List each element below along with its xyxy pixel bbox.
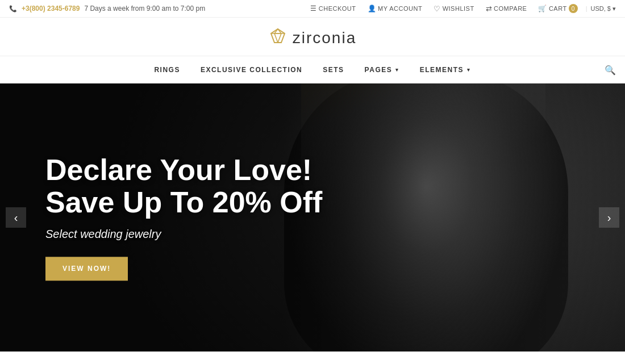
- chevron-down-icon: ▾: [395, 56, 399, 83]
- nav-link-sets[interactable]: SETS: [312, 56, 354, 83]
- phone-icon: [9, 5, 17, 12]
- topbar-actions: CHECKOUT MY ACCOUNT WISHLIST COMPARE CAR…: [306, 4, 616, 13]
- hero-content: Declare Your Love! Save Up To 20% Off Se…: [45, 154, 322, 281]
- logo[interactable]: zirconia: [269, 28, 356, 48]
- hero-title-line1: Declare Your Love!: [45, 153, 312, 186]
- nav-label-exclusive: EXCLUSIVE COLLECTION: [201, 56, 302, 83]
- phone-number: +3(800) 2345-6789: [22, 5, 80, 12]
- cart-icon: [538, 5, 547, 12]
- nav-menu: RINGS EXCLUSIVE COLLECTION SETS PAGES ▾ …: [144, 56, 481, 83]
- slider-prev-button[interactable]: ‹: [6, 207, 26, 228]
- user-icon: [368, 5, 377, 12]
- checkout-link[interactable]: CHECKOUT: [306, 5, 360, 12]
- compare-icon: [486, 5, 493, 13]
- topbar: +3(800) 2345-6789 7 Days a week from 9:0…: [0, 0, 625, 18]
- wishlist-label: WISHLIST: [443, 5, 474, 12]
- search-button[interactable]: 🔍: [605, 64, 616, 75]
- brand-name: zirconia: [293, 29, 356, 47]
- nav-label-elements: ELEMENTS: [420, 56, 464, 83]
- cart-label: CART: [549, 5, 567, 12]
- slider-next-button[interactable]: ›: [599, 207, 619, 228]
- compare-link[interactable]: COMPARE: [481, 5, 532, 13]
- nav-link-pages[interactable]: PAGES ▾: [355, 56, 410, 83]
- chevron-down-icon: ▾: [612, 5, 616, 12]
- chevron-down-icon: ▾: [467, 56, 471, 83]
- currency-selector[interactable]: USD, $ ▾: [591, 5, 616, 12]
- hero-cta-label: VIEW NOW!: [63, 265, 111, 273]
- topbar-contact: +3(800) 2345-6789 7 Days a week from 9:0…: [9, 5, 205, 12]
- nav-link-exclusive[interactable]: EXCLUSIVE COLLECTION: [190, 56, 312, 83]
- chevron-right-icon: ›: [607, 211, 611, 224]
- nav-item-sets: SETS: [312, 56, 354, 83]
- hours-text: 7 Days a week from 9:00 am to 7:00 pm: [84, 5, 205, 12]
- site-header: zirconia: [0, 18, 625, 56]
- svg-line-2: [274, 34, 278, 43]
- account-link[interactable]: MY ACCOUNT: [363, 5, 427, 12]
- nav-item-elements: ELEMENTS ▾: [410, 56, 481, 83]
- currency-value: USD, $: [591, 5, 611, 12]
- cart-link[interactable]: CART 0: [534, 4, 582, 13]
- account-label: MY ACCOUNT: [378, 5, 422, 12]
- nav-label-pages: PAGES: [365, 56, 393, 83]
- main-nav: RINGS EXCLUSIVE COLLECTION SETS PAGES ▾ …: [0, 56, 625, 83]
- nav-label-rings: RINGS: [154, 56, 180, 83]
- nav-link-rings[interactable]: RINGS: [144, 56, 190, 83]
- nav-link-elements[interactable]: ELEMENTS ▾: [410, 56, 481, 83]
- nav-item-rings: RINGS: [144, 56, 190, 83]
- diamond-icon: [269, 28, 287, 48]
- hero-subtitle: Select wedding jewelry: [45, 228, 322, 241]
- chevron-left-icon: ‹: [14, 211, 18, 224]
- wishlist-link[interactable]: WISHLIST: [429, 5, 478, 13]
- heart-icon: [434, 5, 441, 13]
- nav-item-exclusive: EXCLUSIVE COLLECTION: [190, 56, 312, 83]
- hero-slider: Declare Your Love! Save Up To 20% Off Se…: [0, 83, 625, 352]
- checkout-icon: [310, 5, 317, 12]
- svg-marker-0: [271, 29, 285, 43]
- compare-label: COMPARE: [494, 5, 527, 12]
- search-icon: 🔍: [605, 65, 616, 74]
- nav-item-pages: PAGES ▾: [355, 56, 410, 83]
- checkout-label: CHECKOUT: [319, 5, 356, 12]
- hero-title-line2: Save Up To 20% Off: [45, 186, 322, 219]
- svg-line-3: [278, 34, 281, 43]
- nav-label-sets: SETS: [323, 56, 344, 83]
- cart-badge: 0: [569, 4, 578, 13]
- hero-cta-button[interactable]: VIEW NOW!: [45, 257, 128, 281]
- hero-title: Declare Your Love! Save Up To 20% Off: [45, 154, 322, 219]
